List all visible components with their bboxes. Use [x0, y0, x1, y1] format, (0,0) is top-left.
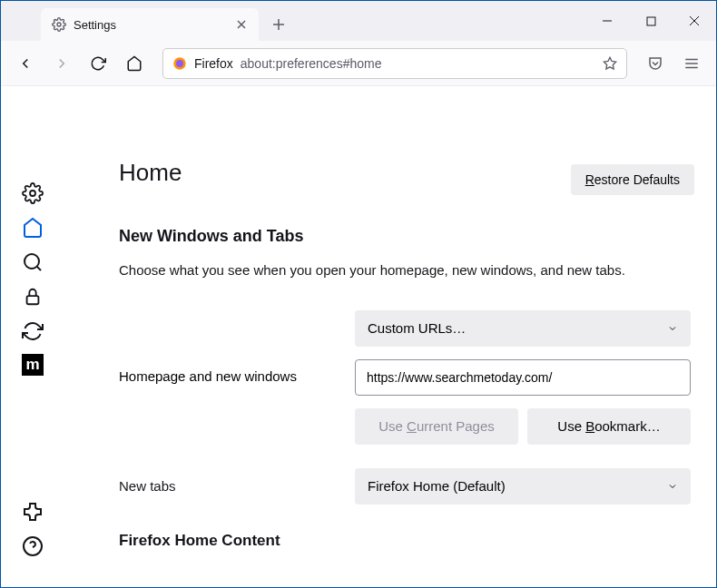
svg-marker-11 [604, 57, 615, 69]
restore-defaults-button[interactable]: Restore Defaults [571, 164, 694, 195]
svg-line-19 [37, 267, 41, 270]
rail-home[interactable] [21, 216, 44, 240]
firefox-logo-icon [172, 56, 187, 71]
tab-label: Settings [74, 18, 228, 32]
main-panel: Home Restore Defaults New Windows and Ta… [64, 86, 716, 587]
url-bar[interactable]: Firefox about:preferences#home [162, 48, 627, 79]
newtabs-label: New tabs [119, 478, 355, 494]
rail-more[interactable]: m [22, 354, 44, 376]
homepage-mode-select[interactable]: Custom URLs… [355, 310, 691, 347]
rail-privacy[interactable] [21, 285, 44, 309]
newtabs-value: Firefox Home (Default) [368, 478, 506, 494]
section-description: Choose what you see when you open your h… [119, 260, 694, 281]
rail-sync[interactable] [21, 319, 44, 343]
homepage-url-input[interactable] [355, 359, 691, 396]
url-source-label: Firefox [194, 56, 233, 71]
pocket-button[interactable] [640, 48, 671, 79]
svg-point-18 [25, 254, 39, 269]
back-button[interactable] [10, 48, 41, 79]
tab-strip: Settings [1, 8, 585, 41]
svg-point-0 [57, 23, 61, 26]
svg-point-10 [176, 60, 183, 67]
section2-title: Firefox Home Content [119, 532, 694, 550]
url-path: about:preferences#home [241, 56, 382, 71]
home-button[interactable] [119, 48, 150, 79]
new-tab-button[interactable] [264, 10, 293, 39]
maximize-button[interactable] [629, 1, 673, 41]
use-current-pages-button[interactable]: Use Current Pages [355, 408, 518, 445]
section-title: New Windows and Tabs [119, 227, 694, 246]
rail-general[interactable] [21, 181, 44, 205]
rail-help[interactable] [21, 534, 44, 558]
chevron-down-icon [667, 481, 678, 492]
rail-extensions[interactable] [21, 500, 44, 524]
window-controls [585, 1, 716, 41]
svg-point-17 [30, 191, 35, 196]
category-rail: m [1, 86, 64, 587]
forward-button[interactable] [46, 48, 77, 79]
newtabs-select[interactable]: Firefox Home (Default) [355, 468, 691, 505]
tab-settings[interactable]: Settings [41, 8, 259, 41]
close-window-button[interactable] [673, 1, 716, 41]
gear-icon [52, 17, 66, 32]
titlebar: Settings [1, 1, 716, 41]
reload-button[interactable] [83, 48, 113, 79]
minimize-button[interactable] [585, 1, 629, 41]
content-area: m Home Restore Defaults New Windows and … [1, 86, 716, 587]
chevron-down-icon [667, 323, 678, 334]
close-icon[interactable] [235, 18, 248, 31]
homepage-label: Homepage and new windows [119, 359, 355, 396]
rail-search[interactable] [21, 250, 44, 274]
svg-rect-20 [27, 296, 39, 304]
app-menu-button[interactable] [676, 48, 707, 79]
homepage-mode-value: Custom URLs… [368, 320, 466, 336]
svg-rect-6 [647, 17, 655, 25]
bookmark-star-icon[interactable] [603, 56, 617, 71]
use-bookmark-button[interactable]: Use Bookmark… [527, 408, 691, 445]
toolbar: Firefox about:preferences#home [1, 41, 716, 86]
